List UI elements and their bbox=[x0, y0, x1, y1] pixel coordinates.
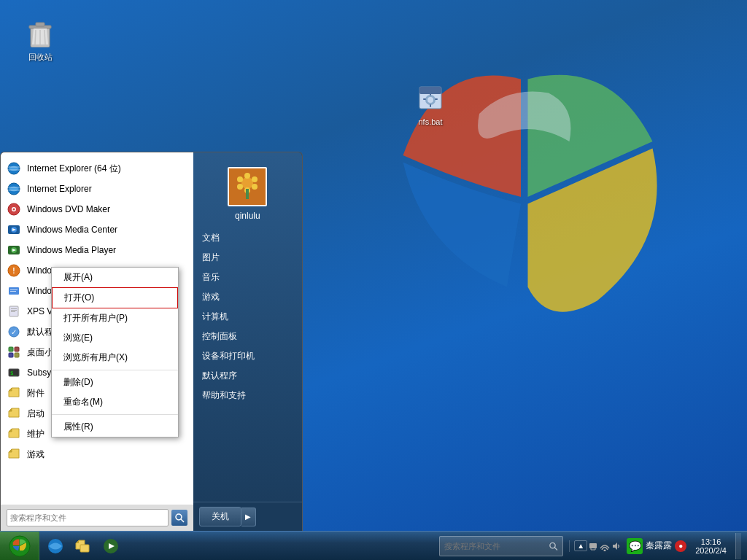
taskbar-clock[interactable]: 13:16 2020/2/4 bbox=[691, 537, 731, 555]
context-delete[interactable]: 删除(D) bbox=[52, 373, 178, 392]
ie64-label: Internet Explorer (64 位) bbox=[27, 163, 187, 175]
right-item-devices-printers[interactable]: 设备和打印机 bbox=[193, 346, 302, 366]
menu-item-games[interactable]: 游戏 bbox=[1, 444, 193, 464]
menu-item-media-center[interactable]: Windows Media Center bbox=[1, 219, 193, 240]
svg-rect-38 bbox=[9, 353, 13, 357]
startup-icon bbox=[7, 406, 21, 421]
svg-rect-33 bbox=[11, 311, 15, 312]
svg-text:$_: $_ bbox=[10, 370, 17, 376]
wechat-label: 秦露露 bbox=[646, 540, 672, 552]
svg-point-53 bbox=[9, 536, 30, 556]
tray-icon-volume[interactable] bbox=[611, 540, 622, 552]
wechat-badge: ● bbox=[675, 540, 686, 552]
start-search-input[interactable] bbox=[7, 509, 169, 526]
right-item-help[interactable]: 帮助和支持 bbox=[193, 386, 302, 405]
ie-icon-2 bbox=[7, 182, 21, 196]
context-open-all-users[interactable]: 打开所有用户(P) bbox=[52, 308, 178, 328]
clock-time: 13:16 bbox=[695, 537, 727, 546]
power-area: 关机 ▶ bbox=[193, 502, 302, 531]
shutdown-button[interactable]: 关机 bbox=[199, 507, 241, 526]
start-menu-right: qinlulu 文档 图片 音乐 游戏 计算机 控制面板 设备和打印机 默认程序… bbox=[193, 152, 302, 531]
svg-rect-2 bbox=[36, 23, 44, 26]
svg-rect-55 bbox=[80, 545, 89, 552]
xps-icon bbox=[7, 304, 21, 319]
nfs-bat-icon[interactable]: nfs.bat bbox=[405, 80, 456, 126]
svg-rect-11 bbox=[430, 104, 431, 107]
menu-item-media-player[interactable]: Windows Media Player bbox=[1, 240, 193, 260]
menu-item-ie[interactable]: Internet Explorer bbox=[1, 179, 193, 199]
wechat-notification[interactable]: 💬 秦露露 ● bbox=[627, 538, 686, 554]
svg-rect-13 bbox=[435, 98, 438, 100]
taskbar-search-input[interactable] bbox=[444, 542, 549, 551]
right-item-computer[interactable]: 计算机 bbox=[193, 307, 302, 327]
wechat-icon: 💬 bbox=[627, 538, 643, 554]
svg-point-58 bbox=[550, 542, 555, 548]
start-search-button[interactable] bbox=[171, 510, 187, 526]
ie-label: Internet Explorer bbox=[27, 184, 187, 194]
taskbar-ie[interactable] bbox=[42, 534, 69, 559]
media-player-icon bbox=[7, 243, 21, 257]
context-expand[interactable]: 展开(A) bbox=[52, 268, 178, 287]
nfs-bat-label: nfs.bat bbox=[418, 117, 442, 126]
svg-rect-52 bbox=[246, 189, 249, 199]
context-open[interactable]: 打开(O) bbox=[52, 287, 178, 308]
media-center-label: Windows Media Center bbox=[27, 225, 187, 235]
tray-icon-1[interactable] bbox=[587, 540, 599, 552]
taskbar-right: ▲ bbox=[563, 533, 747, 559]
dvd-icon bbox=[7, 202, 21, 217]
user-avatar bbox=[228, 167, 267, 206]
right-item-pictures[interactable]: 图片 bbox=[193, 248, 302, 268]
svg-point-45 bbox=[241, 177, 253, 189]
svg-point-42 bbox=[176, 514, 182, 520]
svg-point-47 bbox=[252, 176, 258, 182]
power-arrow-button[interactable]: ▶ bbox=[241, 508, 256, 526]
context-separator-1 bbox=[52, 370, 178, 370]
context-menu: 展开(A) 打开(O) 打开所有用户(P) 浏览(E) 浏览所有用户(X) 删除… bbox=[51, 267, 179, 438]
svg-marker-62 bbox=[613, 542, 617, 550]
context-browse[interactable]: 浏览(E) bbox=[52, 328, 178, 348]
right-item-games[interactable]: 游戏 bbox=[193, 287, 302, 307]
svg-point-9 bbox=[427, 97, 433, 103]
start-button[interactable] bbox=[0, 532, 39, 561]
right-item-control-panel[interactable]: 控制面板 bbox=[193, 327, 302, 346]
tray-icon-network[interactable] bbox=[599, 540, 611, 552]
recycle-bin-icon[interactable]: 回收站 bbox=[15, 15, 66, 63]
taskbar-search-icon bbox=[549, 541, 558, 551]
svg-point-50 bbox=[237, 184, 243, 190]
svg-line-43 bbox=[181, 519, 184, 522]
accessories-icon bbox=[7, 386, 21, 400]
notification-area: ▲ bbox=[569, 540, 622, 552]
default-programs-icon: ✓ bbox=[7, 324, 21, 339]
recycle-bin-label: 回收站 bbox=[28, 52, 53, 63]
taskbar-items bbox=[39, 534, 436, 559]
taskbar-media-player[interactable] bbox=[98, 534, 124, 559]
svg-text:!: ! bbox=[12, 267, 15, 275]
context-properties[interactable]: 属性(R) bbox=[52, 417, 178, 437]
right-item-default-programs[interactable]: 默认程序 bbox=[193, 366, 302, 386]
games-icon bbox=[7, 447, 21, 462]
svg-point-46 bbox=[244, 173, 250, 179]
fax-icon bbox=[7, 284, 21, 298]
svg-rect-37 bbox=[15, 347, 19, 351]
context-rename[interactable]: 重命名(M) bbox=[52, 392, 178, 412]
context-browse-all-users[interactable]: 浏览所有用户(X) bbox=[52, 348, 178, 368]
taskbar-explorer[interactable] bbox=[70, 534, 96, 559]
right-item-music[interactable]: 音乐 bbox=[193, 268, 302, 287]
expand-tray-button[interactable]: ▲ bbox=[574, 540, 587, 551]
svg-rect-32 bbox=[11, 310, 17, 311]
menu-item-ie64[interactable]: Internet Explorer (64 位) bbox=[1, 158, 193, 179]
menu-item-dvd-maker[interactable]: Windows DVD Maker bbox=[1, 199, 193, 219]
svg-point-48 bbox=[252, 184, 258, 190]
taskbar: ▲ bbox=[0, 531, 747, 560]
desktop: 回收站 nfs.bat bbox=[0, 0, 747, 560]
svg-rect-28 bbox=[10, 289, 18, 290]
media-center-icon bbox=[7, 222, 21, 237]
show-desktop-button[interactable] bbox=[735, 533, 741, 559]
svg-rect-60 bbox=[589, 543, 597, 548]
maintenance-icon bbox=[7, 427, 21, 441]
svg-text:✓: ✓ bbox=[11, 328, 17, 336]
svg-point-51 bbox=[237, 176, 243, 182]
games-label: 游戏 bbox=[27, 448, 187, 461]
right-item-documents[interactable]: 文档 bbox=[193, 228, 302, 248]
user-name: qinlulu bbox=[235, 211, 260, 221]
